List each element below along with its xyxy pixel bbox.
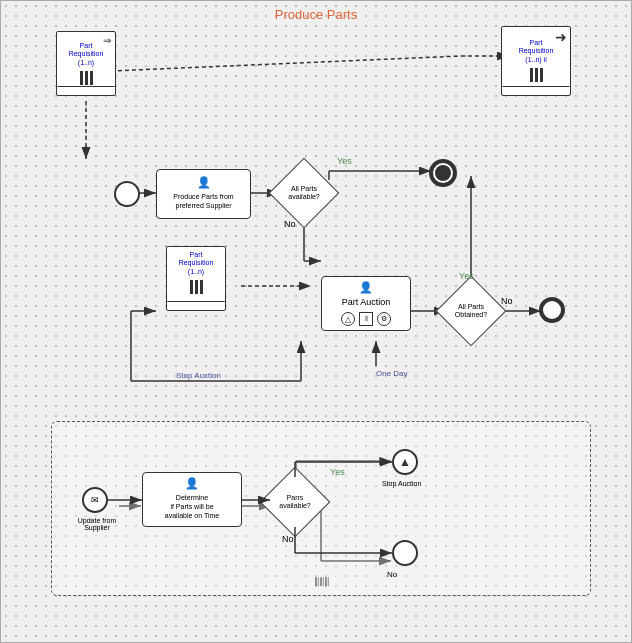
task-part-auction[interactable]: 👤 Part Auction △ ⦀ ⚙	[321, 276, 411, 331]
subprocess-end-no	[392, 540, 418, 566]
task2-label: Part Auction	[339, 295, 394, 311]
gateway2-label: All Parts Obtained?	[451, 303, 491, 320]
subprocess-container: ✉ Update from Supplier 👤 Determine if Pa…	[51, 421, 591, 596]
person-icon-3: 👤	[185, 477, 199, 490]
document-part-requisition-3: Part Requisition (1..n)	[166, 246, 226, 311]
doc-arrow-icon: ⇒	[103, 35, 111, 46]
person-icon: 👤	[197, 176, 211, 189]
update-supplier-label: Update from Supplier	[67, 517, 127, 531]
start-event	[114, 181, 140, 207]
gateway-all-parts-obtained: All Parts Obtained?	[446, 286, 496, 336]
subprocess-marker: ⦀⦀⦀	[314, 574, 329, 590]
stop-auction-label-2: Stop Auction	[382, 480, 421, 487]
no-end-label: No	[387, 570, 397, 579]
gateway-parrs-available: Parrs available?	[270, 477, 320, 527]
yes-label-3: Yes	[330, 467, 345, 477]
end-event-yes	[429, 159, 457, 187]
doc3-label: Part Requisition (1..n)	[167, 247, 225, 276]
no-label-1: No	[284, 219, 296, 229]
person-icon-2: 👤	[359, 281, 373, 294]
diagram-title: Produce Parts	[1, 7, 631, 22]
no-label-2: No	[501, 296, 513, 306]
document-part-requisition-1: ⇒ Part Requisition (1..n)	[56, 31, 116, 96]
yes-label-1: Yes	[337, 156, 352, 166]
doc-arrow-icon-2: ➜	[555, 29, 567, 45]
gateway1-label: All Parts available?	[284, 185, 324, 202]
task-produce-parts[interactable]: 👤 Produce Parts from preferred Supplier	[156, 169, 251, 219]
subprocess-start-event: ✉	[82, 487, 108, 513]
one-day-label: One Day	[376, 369, 408, 378]
gateway-all-parts-available: All Parts available?	[279, 168, 329, 218]
task3-label: Determine if Parts will be available on …	[162, 491, 222, 522]
svg-line-3	[111, 56, 461, 71]
task1-label: Produce Parts from preferred Supplier	[170, 190, 236, 212]
diagram-container: Produce Parts	[0, 0, 632, 643]
yes-label-2: Yes	[459, 271, 474, 281]
end-event-no	[539, 297, 565, 323]
document-part-requisition-2: ➜ Part Requisition (1..n) ii	[501, 26, 571, 96]
stop-signal-event: ▲	[392, 449, 418, 475]
task-determine-parts[interactable]: 👤 Determine if Parts will be available o…	[142, 472, 242, 527]
stop-auction-label: Stop Auction	[176, 371, 221, 380]
gateway3-label: Parrs available?	[275, 494, 315, 511]
no-label-3: No	[282, 534, 294, 544]
